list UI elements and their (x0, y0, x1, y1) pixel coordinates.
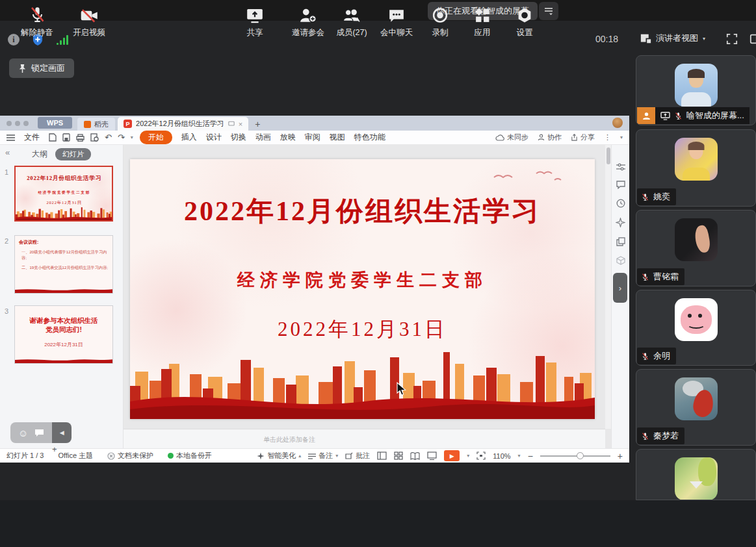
notes-button[interactable]: 备注 ▾ (308, 451, 338, 461)
view-mode-switcher[interactable]: 演讲者视图 ▾ (640, 32, 705, 44)
record-button[interactable]: 录制 (432, 6, 449, 38)
reading-view-icon[interactable] (410, 452, 420, 460)
more-menu-icon[interactable]: ⋮ (604, 133, 611, 142)
chat-button[interactable]: 会中聊天 (380, 6, 413, 38)
collapse-reaction-bar-icon[interactable]: ◀ (52, 422, 72, 443)
slide-thumbnail-3[interactable]: 谢谢参与本次组织生活 党员同志们! 2022年12月31日 (14, 305, 113, 364)
menu-transition[interactable]: 切换 (231, 132, 246, 143)
menu-slideshow[interactable]: 放映 (280, 132, 296, 143)
undo-icon[interactable]: ↶ (105, 133, 112, 142)
participant-tile[interactable]: 喻智成的屏幕... (636, 55, 756, 125)
menu-design[interactable]: 设计 (206, 132, 222, 143)
share-button[interactable]: 分享 (571, 133, 595, 142)
play-slideshow-button[interactable]: ▶ (444, 450, 460, 461)
wps-user-avatar[interactable] (612, 118, 623, 128)
avatar (675, 218, 718, 261)
panel-toggle-button[interactable] (749, 33, 756, 45)
share-doc-icon[interactable] (228, 121, 235, 127)
comment-icon[interactable] (616, 181, 625, 189)
add-reaction-icon[interactable]: + (52, 444, 57, 454)
menu-review[interactable]: 审阅 (305, 132, 320, 143)
save-icon[interactable] (62, 133, 70, 142)
history-clock-icon[interactable] (616, 199, 625, 208)
slide-thumbnail-2[interactable]: 会议议程: 一、20级党小组代表领学12月份组织生活学习内容; 二、19党小组代… (14, 235, 113, 294)
box-icon[interactable] (616, 256, 625, 265)
participant-name: 喻智成的屏幕... (686, 110, 744, 121)
zoom-out-button[interactable]: − (528, 451, 533, 461)
tab-docer[interactable]: 稻壳 (77, 118, 115, 131)
theme-name[interactable]: Office 主题 (58, 451, 93, 461)
zoom-slider[interactable] (540, 455, 610, 457)
slideshow-display-icon[interactable] (427, 452, 437, 460)
sparkle-icon[interactable] (616, 218, 625, 227)
slide-thumbnail-1[interactable]: 2022年12月份组织生活学习 经济学院党委学生二支部 2022年12月31日 (14, 166, 113, 222)
apps-button[interactable]: 应用 (475, 6, 491, 38)
collaborate-button[interactable]: 协作 (538, 133, 562, 142)
menu-insert[interactable]: 插入 (181, 132, 197, 143)
lock-screen-button[interactable]: 锁定画面 (9, 58, 74, 78)
settings-button[interactable]: 设置 (517, 6, 533, 38)
current-slide[interactable]: 2022年12月份组织生活学习 经济学院党委学生二支部 2022年12月31日 (130, 159, 595, 419)
zoom-in-button[interactable]: + (618, 451, 623, 461)
mic-muted-icon (641, 352, 649, 361)
smiley-icon[interactable]: ☺ (18, 427, 28, 439)
doc-protection-status[interactable]: 文档未保护 (107, 451, 153, 461)
members-button[interactable]: 成员(27) (336, 6, 367, 38)
new-doc-icon[interactable] (49, 133, 57, 142)
tab-outline[interactable]: 大纲 (32, 149, 47, 160)
more-tools-caret-icon[interactable]: ▾ (131, 134, 133, 140)
close-tab-icon[interactable]: × (239, 120, 242, 128)
print-preview-icon[interactable] (90, 133, 99, 142)
backup-on-icon (168, 453, 174, 459)
speaker-view-icon (640, 33, 651, 44)
zoom-slider-knob[interactable] (577, 452, 584, 459)
notes-pane[interactable]: 单击此处添加备注 (124, 429, 605, 448)
smart-beautify-button[interactable]: 智能美化 ▴ (257, 451, 301, 461)
start-video-button[interactable]: 开启视频 (73, 6, 105, 38)
fit-screen-icon[interactable] (476, 452, 486, 460)
banner-menu-button[interactable] (539, 2, 558, 20)
expand-panel-handle[interactable]: › (613, 273, 627, 303)
collapse-panel-icon[interactable]: « (5, 147, 10, 157)
participant-tile[interactable]: 秦梦若 (636, 369, 756, 446)
scroll-more-participants-icon[interactable] (690, 481, 703, 489)
window-controls[interactable] (7, 121, 29, 126)
canvas-scrollbar[interactable] (605, 145, 611, 429)
participant-tile[interactable] (636, 449, 756, 500)
menu-file[interactable]: 文件 (24, 132, 40, 143)
share-screen-button[interactable]: 共享 (246, 6, 264, 38)
settings-sliders-icon[interactable] (616, 163, 625, 171)
menu-icon[interactable] (7, 134, 15, 141)
local-backup-status[interactable]: 本地备份开 (168, 451, 212, 461)
shared-wps-window: WPS 稻壳 P 2022年12月份组织生活学习 × + 文件 ↶ ↷ ▾ 开始 (0, 116, 629, 463)
duplicate-icon[interactable] (616, 237, 625, 246)
menu-view[interactable]: 视图 (330, 132, 345, 143)
participant-tile[interactable]: 曹铭霜 (636, 210, 756, 286)
comment-button[interactable]: 批注 (345, 451, 370, 461)
participant-tile[interactable]: 姚奕 (636, 129, 756, 207)
new-tab-button[interactable]: + (255, 119, 260, 129)
participant-tile[interactable]: 余明 (636, 290, 756, 366)
zoom-level[interactable]: 110% (493, 452, 510, 460)
invite-person-icon (300, 8, 317, 23)
tab-document[interactable]: P 2022年12月份组织生活学习 × (118, 117, 248, 131)
sync-status[interactable]: 未同步 (495, 133, 528, 142)
play-options-caret-icon[interactable]: ▾ (467, 453, 469, 459)
zoom-caret-icon[interactable]: ▾ (518, 453, 521, 459)
invite-button[interactable]: 邀请参会 (292, 6, 324, 38)
menu-animation[interactable]: 动画 (255, 132, 271, 143)
slide-sorter-icon[interactable] (394, 452, 403, 460)
normal-view-icon[interactable] (377, 452, 387, 460)
tab-slides[interactable]: 幻灯片 (55, 148, 91, 160)
print-icon[interactable] (76, 134, 85, 142)
chat-bubble-icon[interactable] (34, 429, 44, 437)
wps-tab-bar: WPS 稻壳 P 2022年12月份组织生活学习 × + (0, 116, 629, 131)
menu-features[interactable]: 特色功能 (354, 132, 385, 143)
menu-start[interactable]: 开始 (140, 131, 172, 144)
fullscreen-button[interactable] (726, 33, 738, 45)
collapse-ribbon-icon[interactable]: ▾ (620, 134, 623, 140)
unmute-button[interactable]: 解除静音 (21, 6, 53, 38)
info-icon[interactable]: i (8, 34, 20, 45)
redo-icon[interactable]: ↷ (118, 133, 125, 142)
wps-home-button[interactable]: WPS (38, 117, 72, 129)
